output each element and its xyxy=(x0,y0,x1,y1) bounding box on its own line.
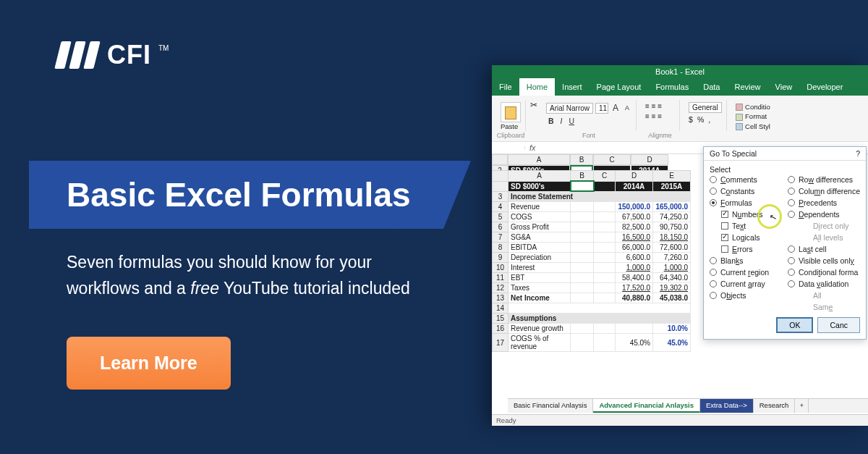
cancel-button[interactable]: Canc xyxy=(817,317,860,333)
cell[interactable]: 45.0% xyxy=(653,334,691,352)
cell[interactable]: 11 xyxy=(493,273,509,283)
sheet-tab[interactable]: Basic Financial Anlaysis xyxy=(508,399,593,413)
bold-button[interactable]: B xyxy=(546,116,556,126)
cell[interactable]: 7 xyxy=(493,232,509,243)
cell[interactable] xyxy=(571,263,594,273)
cell-styles-button[interactable]: Cell Styl xyxy=(736,122,770,131)
font-size-input[interactable]: 11 xyxy=(595,103,608,114)
radio-option[interactable]: Conditional forma xyxy=(788,268,860,277)
cell[interactable] xyxy=(571,324,594,334)
cell[interactable] xyxy=(594,202,616,212)
grow-font-icon[interactable]: A xyxy=(610,102,621,114)
radio-option[interactable]: Column difference xyxy=(788,187,860,196)
radio-option[interactable]: Current array xyxy=(710,279,782,288)
cell[interactable] xyxy=(616,324,653,334)
col-a[interactable]: A xyxy=(508,154,570,165)
cell[interactable]: 16 xyxy=(493,324,509,334)
radio-option[interactable]: Visible cells only xyxy=(788,256,860,265)
cell[interactable]: 12 xyxy=(493,283,509,293)
radio-option[interactable]: Row differences xyxy=(788,175,860,184)
paste-icon[interactable] xyxy=(501,102,521,122)
cell[interactable]: Net Income xyxy=(509,293,571,303)
cell[interactable] xyxy=(571,273,594,283)
cell[interactable] xyxy=(594,273,616,283)
tab-data[interactable]: Data xyxy=(696,78,727,96)
cell[interactable]: 45.0% xyxy=(616,334,653,352)
cell[interactable] xyxy=(594,283,616,293)
tab-pagelayout[interactable]: Page Layout xyxy=(590,78,649,96)
radio-option[interactable]: Blanks xyxy=(710,256,782,265)
cell[interactable] xyxy=(594,212,616,222)
col-d[interactable]: D xyxy=(631,154,668,165)
tab-home[interactable]: Home xyxy=(519,78,555,96)
tab-insert[interactable]: Insert xyxy=(555,78,590,96)
cell[interactable]: 17 xyxy=(493,334,509,352)
radio-option[interactable]: Last cell xyxy=(788,245,860,253)
help-icon[interactable]: ? xyxy=(856,149,860,158)
col-c[interactable]: C xyxy=(593,154,631,165)
cell[interactable]: 74,250.0 xyxy=(653,212,691,222)
cell[interactable] xyxy=(571,243,594,253)
radio-option[interactable]: Comments xyxy=(710,175,782,184)
cell[interactable]: 66,000.0 xyxy=(616,243,653,253)
number-format[interactable]: General xyxy=(689,102,722,113)
font-name-input[interactable]: Arial Narrow xyxy=(546,103,593,114)
cell[interactable] xyxy=(594,243,616,253)
cell[interactable]: 9 xyxy=(493,253,509,263)
cell[interactable] xyxy=(594,253,616,263)
cell[interactable]: 82,500.0 xyxy=(616,222,653,232)
cell[interactable] xyxy=(594,263,616,273)
shrink-font-icon[interactable]: A xyxy=(623,104,631,112)
cell[interactable]: 19,302.0 xyxy=(653,283,691,293)
cell[interactable]: 13 xyxy=(493,293,509,303)
cell[interactable] xyxy=(594,222,616,232)
cell[interactable] xyxy=(571,283,594,293)
cell[interactable]: Revenue xyxy=(509,202,571,212)
cell[interactable]: 64,340.0 xyxy=(653,273,691,283)
cell[interactable]: 8 xyxy=(493,243,509,253)
cell[interactable] xyxy=(571,222,594,232)
cell[interactable]: 90,750.0 xyxy=(653,222,691,232)
sheet-tab[interactable]: Extra Data--> xyxy=(700,399,754,413)
tab-developer[interactable]: Developer xyxy=(799,78,850,96)
cell[interactable]: COGS xyxy=(509,212,571,222)
cell[interactable] xyxy=(571,334,594,352)
cell[interactable] xyxy=(571,253,594,263)
learn-more-button[interactable]: Learn More xyxy=(67,337,231,390)
currency-icon[interactable]: $ xyxy=(689,115,693,124)
cell[interactable]: COGS % of revenue xyxy=(509,334,571,352)
cell[interactable] xyxy=(571,232,594,243)
cell[interactable] xyxy=(571,212,594,222)
cell[interactable]: 1,000.0 xyxy=(653,263,691,273)
cell[interactable]: 67,500.0 xyxy=(616,212,653,222)
cell[interactable]: 165,000.0 xyxy=(653,202,691,212)
format-table-button[interactable]: Format xyxy=(736,112,770,121)
cell[interactable] xyxy=(571,293,594,303)
sheet-tab[interactable]: Research xyxy=(754,399,796,413)
italic-button[interactable]: I xyxy=(558,116,565,126)
radio-option[interactable]: Dependents xyxy=(788,210,860,219)
col-b[interactable]: B xyxy=(570,154,593,165)
radio-option[interactable]: Data validation xyxy=(788,279,860,288)
radio-option[interactable]: Constants xyxy=(710,187,782,196)
cell[interactable]: Taxes xyxy=(509,283,571,293)
cell[interactable]: 10 xyxy=(493,263,509,273)
radio-option[interactable]: Current region xyxy=(710,268,782,277)
cell[interactable]: 6 xyxy=(493,222,509,232)
cell[interactable] xyxy=(571,202,594,212)
cell[interactable]: 72,600.0 xyxy=(653,243,691,253)
conditional-formatting-button[interactable]: Conditio xyxy=(736,102,770,112)
cell[interactable]: Revenue growth xyxy=(509,324,571,334)
cell[interactable]: Depreciation xyxy=(509,253,571,263)
cell[interactable]: 1,000.0 xyxy=(616,263,653,273)
checkbox-option[interactable]: Logicals xyxy=(721,233,782,242)
cell[interactable] xyxy=(594,324,616,334)
cell[interactable]: Gross Profit xyxy=(509,222,571,232)
tab-file[interactable]: File xyxy=(492,78,519,96)
underline-button[interactable]: U xyxy=(567,116,577,126)
cell[interactable]: 10.0% xyxy=(653,324,691,334)
radio-option[interactable]: Objects xyxy=(710,291,782,300)
cell[interactable]: SG&A xyxy=(509,232,571,243)
cell[interactable] xyxy=(594,293,616,303)
checkbox-option[interactable]: Text xyxy=(721,222,782,230)
